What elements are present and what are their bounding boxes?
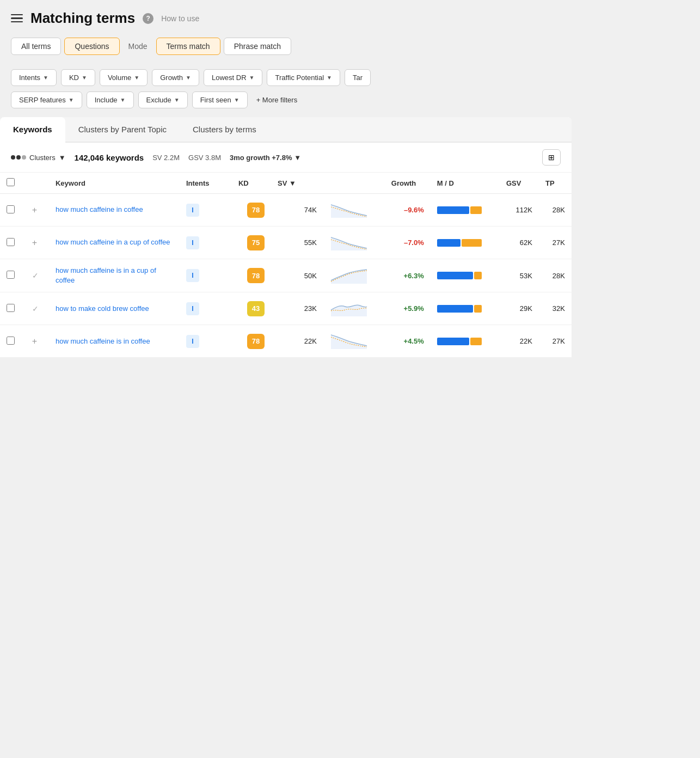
row-growth-cell: +6.3% xyxy=(385,259,431,292)
row-checkbox-cell xyxy=(0,292,26,325)
col-header-growth[interactable]: Growth xyxy=(385,173,431,194)
filter-traffic-potential[interactable]: Traffic Potential ▼ xyxy=(267,69,340,86)
intent-badge: I xyxy=(186,302,199,315)
row-checkbox-0[interactable] xyxy=(7,205,15,213)
table-row: ✓ how to make cold brew coffee I 43 23K … xyxy=(0,292,572,325)
filter-kd[interactable]: KD ▼ xyxy=(61,69,95,86)
row-gsv-cell: 112K xyxy=(500,194,539,227)
row-gsv-cell: 22K xyxy=(500,325,539,358)
filters-section: Intents ▼ KD ▼ Volume ▼ Growth ▼ Lowest … xyxy=(0,64,572,117)
filter-exclude[interactable]: Exclude ▼ xyxy=(138,91,188,108)
col-header-md[interactable]: M / D xyxy=(431,173,500,194)
select-all-checkbox[interactable] xyxy=(7,178,15,186)
keyword-link[interactable]: how much caffeine in a cup of coffee xyxy=(56,238,170,246)
add-icon[interactable]: + xyxy=(32,337,37,346)
filter-include[interactable]: Include ▼ xyxy=(87,91,134,108)
filter-row-2: SERP features ▼ Include ▼ Exclude ▼ Firs… xyxy=(11,91,561,108)
row-keyword-cell: how to make cold brew coffee xyxy=(49,292,180,325)
md-bar-yellow xyxy=(470,206,482,214)
mode-label: Mode xyxy=(123,38,153,54)
row-md-cell xyxy=(431,325,500,358)
row-intent-cell: I xyxy=(180,227,232,259)
keyword-link[interactable]: how much caffeine is in a cup of coffee xyxy=(56,266,156,284)
tab-questions[interactable]: Questions xyxy=(64,38,119,55)
row-sparkline-cell xyxy=(323,227,385,259)
md-bar xyxy=(437,272,493,279)
growth-value: –9.6% xyxy=(404,206,424,214)
filter-serp-features[interactable]: SERP features ▼ xyxy=(11,91,82,108)
page-title: Matching terms xyxy=(30,10,135,27)
row-kd-cell: 78 xyxy=(232,325,271,358)
md-bar xyxy=(437,338,493,345)
row-growth-cell: –9.6% xyxy=(385,194,431,227)
row-checkbox-3[interactable] xyxy=(7,304,15,312)
table-row: + how much caffeine in a cup of coffee I… xyxy=(0,227,572,259)
md-bar-blue xyxy=(437,305,473,313)
hamburger-icon[interactable] xyxy=(11,14,23,23)
add-icon[interactable]: + xyxy=(32,238,37,247)
tab-terms-match[interactable]: Terms match xyxy=(156,38,220,55)
filter-first-seen[interactable]: First seen ▼ xyxy=(192,91,248,108)
table-row: + how much caffeine in coffee I 78 74K –… xyxy=(0,194,572,227)
tab-all-terms[interactable]: All terms xyxy=(11,38,61,55)
table-row: ✓ how much caffeine is in a cup of coffe… xyxy=(0,259,572,292)
how-to-use-link[interactable]: How to use xyxy=(161,14,199,23)
intent-badge: I xyxy=(186,269,199,282)
tab-clusters-parent[interactable]: Clusters by Parent Topic xyxy=(65,117,180,143)
dot-light xyxy=(22,155,26,160)
row-keyword-cell: how much caffeine in coffee xyxy=(49,194,180,227)
row-checkbox-cell xyxy=(0,227,26,259)
col-header-checkbox xyxy=(0,173,26,194)
keyword-link[interactable]: how much caffeine is in coffee xyxy=(56,337,150,345)
row-growth-cell: –7.0% xyxy=(385,227,431,259)
row-gsv-cell: 29K xyxy=(500,292,539,325)
row-tp-cell: 28K xyxy=(539,194,572,227)
keyword-link[interactable]: how much caffeine in coffee xyxy=(56,205,143,213)
row-checkbox-cell xyxy=(0,194,26,227)
add-icon[interactable]: + xyxy=(32,205,37,215)
row-sparkline-cell xyxy=(323,292,385,325)
stat-growth: 3mo growth +7.8% ▼ xyxy=(230,154,301,162)
md-bar xyxy=(437,305,493,313)
row-tp-cell: 27K xyxy=(539,325,572,358)
col-header-sv[interactable]: SV ▼ xyxy=(271,173,323,194)
row-sv-cell: 55K xyxy=(271,227,323,259)
col-header-gsv[interactable]: GSV xyxy=(500,173,539,194)
row-keyword-cell: how much caffeine in a cup of coffee xyxy=(49,227,180,259)
keyword-link[interactable]: how to make cold brew coffee xyxy=(56,304,149,313)
row-md-cell xyxy=(431,259,500,292)
mode-bar: All terms Questions Mode Terms match Phr… xyxy=(0,34,572,64)
more-filters-button[interactable]: + More filters xyxy=(252,91,302,108)
header: Matching terms ? How to use xyxy=(0,0,572,34)
clusters-button[interactable]: Clusters ▼ xyxy=(11,154,66,162)
row-tp-cell: 27K xyxy=(539,227,572,259)
intent-badge: I xyxy=(186,236,199,249)
page-container: Matching terms ? How to use All terms Qu… xyxy=(0,0,572,358)
tab-phrase-match[interactable]: Phrase match xyxy=(224,38,291,55)
filter-lowest-dr[interactable]: Lowest DR ▼ xyxy=(204,69,262,86)
filter-growth[interactable]: Growth ▼ xyxy=(152,69,199,86)
filter-tar[interactable]: Tar xyxy=(345,69,371,86)
row-kd-cell: 78 xyxy=(232,259,271,292)
row-sparkline-cell xyxy=(323,325,385,358)
row-checkbox-1[interactable] xyxy=(7,238,15,246)
content-area: Keywords Clusters by Parent Topic Cluste… xyxy=(0,117,572,358)
growth-value: +5.9% xyxy=(404,304,424,313)
tab-keywords[interactable]: Keywords xyxy=(0,117,65,143)
row-action-cell: ✓ xyxy=(26,292,49,325)
help-icon[interactable]: ? xyxy=(143,13,153,24)
row-sv-cell: 74K xyxy=(271,194,323,227)
tab-clusters-terms[interactable]: Clusters by terms xyxy=(180,117,269,143)
col-header-tp[interactable]: TP xyxy=(539,173,572,194)
column-layout-button[interactable]: ⊞ xyxy=(542,149,561,166)
row-checkbox-2[interactable] xyxy=(7,271,15,279)
filter-volume[interactable]: Volume ▼ xyxy=(100,69,148,86)
row-checkbox-4[interactable] xyxy=(7,337,15,345)
filter-intents[interactable]: Intents ▼ xyxy=(11,69,57,86)
growth-value: +6.3% xyxy=(404,272,424,280)
growth-value: +4.5% xyxy=(404,337,424,345)
row-kd-cell: 43 xyxy=(232,292,271,325)
row-gsv-cell: 62K xyxy=(500,227,539,259)
col-header-kd[interactable]: KD xyxy=(232,173,271,194)
row-tp-cell: 28K xyxy=(539,259,572,292)
